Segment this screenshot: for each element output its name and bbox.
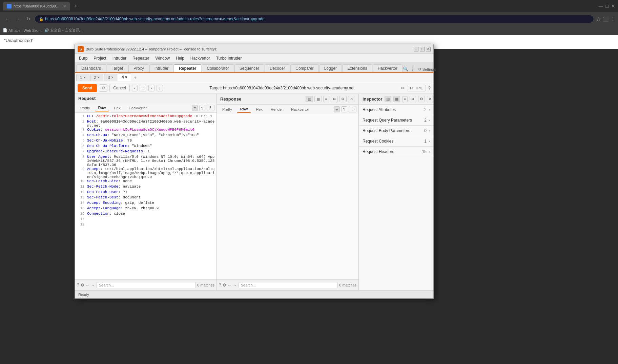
bookmark-alllabs[interactable]: 📄 All labs | Web Sec... — [3, 28, 42, 33]
bookmark-star-icon[interactable]: ☆ — [596, 16, 601, 22]
browser-titlebar: https://0a600081043dd99ec2... ✕ + ─ □ ✕ — [0, 0, 618, 12]
url-text: https://0a600081043dd99ec24a3f2100d400bb… — [45, 17, 265, 21]
bookmark-favicon2: 🔊 — [44, 28, 49, 33]
win-maximize-button[interactable]: □ — [420, 47, 425, 49]
burp-titlebar: S Burp Suite Professional v2022.12.4 – T… — [75, 44, 433, 49]
burp-title: Burp Suite Professional v2022.12.4 – Tem… — [86, 47, 414, 49]
bookmark-favicon: 📄 — [3, 28, 7, 33]
new-tab-button[interactable]: + — [72, 3, 79, 9]
browser-bookmarks: 📄 All labs | Web Sec... 🔊 安全音 - 安全资讯... — [0, 26, 618, 35]
browser-chrome: https://0a600081043dd99ec2... ✕ + ─ □ ✕ … — [0, 0, 618, 35]
burp-window: S Burp Suite Professional v2022.12.4 – T… — [75, 44, 434, 49]
tab-title: https://0a600081043dd99ec2... — [14, 4, 61, 8]
back-button[interactable]: ← — [3, 15, 12, 23]
address-bar[interactable]: 🔒 https://0a600081043dd99ec24a3f2100d400… — [35, 15, 594, 23]
bookmark-label2: 安全音 - 安全资讯... — [50, 28, 83, 33]
minimize-icon: ─ — [599, 3, 603, 10]
menu-icon[interactable]: ⋮ — [611, 16, 615, 22]
close-icon[interactable]: ✕ — [611, 3, 615, 9]
forward-button[interactable]: → — [14, 15, 22, 23]
tab-close-icon[interactable]: ✕ — [63, 4, 66, 8]
tab-favicon — [7, 4, 12, 8]
reload-button[interactable]: ↻ — [24, 15, 33, 23]
browser-navbar: ← → ↻ 🔒 https://0a600081043dd99ec24a3f21… — [0, 12, 618, 26]
win-minimize-button[interactable]: ─ — [414, 47, 418, 49]
bookmark-anquanyin[interactable]: 🔊 安全音 - 安全资讯... — [44, 28, 83, 33]
window-controls: ─ □ ✕ — [414, 47, 431, 49]
browser-tab-active[interactable]: https://0a600081043dd99ec2... ✕ — [3, 2, 70, 10]
burp-logo: S — [78, 46, 84, 49]
extensions-icon[interactable]: ⬛ — [603, 16, 609, 22]
bookmark-label: All labs | Web Sec... — [8, 28, 42, 33]
unauthorized-text: "Unauthorized" — [4, 38, 34, 43]
lock-icon: 🔒 — [39, 17, 44, 21]
win-close-button[interactable]: ✕ — [426, 47, 431, 49]
maximize-icon: □ — [606, 3, 609, 9]
